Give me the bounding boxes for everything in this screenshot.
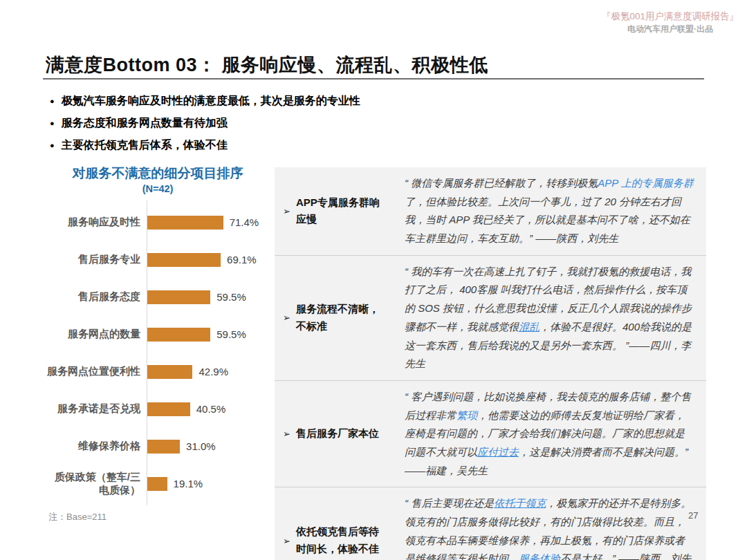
bar-label: 服务网点的数量 <box>43 328 147 341</box>
chart-title: 对服务不满意的细分项目排序 <box>43 166 273 182</box>
bullet-item: ●主要依托领克售后体系，体验不佳 <box>50 138 360 153</box>
bar-row: 服务网点位置便利性42.9% <box>43 353 273 391</box>
topic-label: APP专属服务群响 应慢 <box>296 194 380 229</box>
bar <box>147 216 223 230</box>
chart-subtitle: (N=42) <box>43 183 273 194</box>
bullet-text: 服务态度和服务网点数量有待加强 <box>62 116 228 131</box>
bar-value: 69.1% <box>227 254 257 265</box>
bar <box>147 290 210 304</box>
bar-label: 服务响应及时性 <box>43 216 147 229</box>
quote-cell: “ 售后主要现在还是依托于领克，极氪家开的还并不是特别多。领克有的门店服务做得比… <box>405 487 706 560</box>
title-divider <box>43 78 704 80</box>
bar-chart: 对服务不满意的细分项目排序 (N=42) 服务响应及时性71.4%售后服务专业6… <box>43 166 273 523</box>
bar-label: 服务承诺是否兑现 <box>43 402 147 416</box>
topic-label: 服务流程不清晰， 不标准 <box>296 301 379 335</box>
bar <box>147 477 167 491</box>
quote-panel: ➢APP专属服务群响 应慢“ 微信专属服务群已经解散了，转移到极氪APP 上的专… <box>275 167 706 560</box>
bar-track: 59.5% <box>147 279 273 316</box>
bar-value: 31.0% <box>186 440 216 452</box>
bar-row: 售后服务态度59.5% <box>43 279 273 316</box>
bar <box>147 365 192 379</box>
arrow-bullet-icon: ➢ <box>283 313 290 322</box>
bar-label: 售后服务专业 <box>43 253 147 266</box>
bar-value: 19.1% <box>174 478 203 489</box>
bullet-text: 极氪汽车服务响应及时性的满意度最低，其次是服务的专业性 <box>62 94 360 109</box>
watermark: 『极氪001用户满意度调研报告』 电动汽车用户联盟·出品 <box>602 10 739 35</box>
bullet-icon: ● <box>50 97 55 105</box>
chart-plot-area: 服务响应及时性71.4%售后服务专业69.1%售后服务态度59.5%服务网点的数… <box>43 204 273 503</box>
bar-row: 服务网点的数量59.5% <box>43 316 273 353</box>
quote-section: ➢APP专属服务群响 应慢“ 微信专属服务群已经解散了，转移到极氪APP 上的专… <box>275 167 706 255</box>
bullet-item: ●极氪汽车服务响应及时性的满意度最低，其次是服务的专业性 <box>50 94 360 109</box>
bar-track: 31.0% <box>147 428 273 465</box>
chart-note: 注：Base=211 <box>48 511 273 523</box>
topic-label: 售后服务厂家本位 <box>296 425 379 442</box>
quote-text: “ 客户遇到问题，比如说换座椅，我去领克的服务店铺，整个售后过程非常繁琐，他需要… <box>405 388 694 480</box>
bar-label: 维修保养价格 <box>43 440 147 453</box>
quote-text: “ 我的车有一次在高速上扎了钉子，我就打极氪的救援电话，我打了之后， 400客服… <box>405 263 694 373</box>
bullet-item: ●服务态度和服务网点数量有待加强 <box>50 116 360 131</box>
publisher: 电动汽车用户联盟·出品 <box>602 24 739 35</box>
quote-text: “ 微信专属服务群已经解散了，转移到极氪APP 上的专属服务群了，但体验比较差。… <box>405 174 694 248</box>
quote-section: ➢售后服务厂家本位“ 客户遇到问题，比如说换座椅，我去领克的服务店铺，整个售后过… <box>275 380 706 487</box>
bar-row: 服务承诺是否兑现40.5% <box>43 391 273 428</box>
bar-value: 59.5% <box>216 328 246 340</box>
topic-cell: ➢服务流程不清晰， 不标准 <box>275 256 405 380</box>
bar-label: 售后服务态度 <box>43 290 147 304</box>
bar-track: 19.1% <box>147 465 273 503</box>
quote-text: “ 售后主要现在还是依托于领克，极氪家开的还并不是特别多。领克有的门店服务做得比… <box>405 494 694 560</box>
quote-cell: “ 微信专属服务群已经解散了，转移到极氪APP 上的专属服务群了，但体验比较差。… <box>405 167 706 255</box>
bar-value: 71.4% <box>230 216 259 228</box>
bar-row: 售后服务专业69.1% <box>43 241 273 279</box>
bar <box>147 402 190 416</box>
bar-track: 59.5% <box>147 316 273 353</box>
quote-cell: “ 我的车有一次在高速上扎了钉子，我就打极氪的救援电话，我打了之后， 400客服… <box>405 256 706 380</box>
bar-label: 质保政策（整车/三 电质保） <box>43 471 147 497</box>
slide: 『极氪001用户满意度调研报告』 电动汽车用户联盟·出品 满意度Bottom 0… <box>0 0 747 560</box>
bar-value: 40.5% <box>196 403 226 415</box>
bar-label: 服务网点位置便利性 <box>43 365 147 378</box>
bar-row: 维修保养价格31.0% <box>43 428 273 465</box>
quote-cell: “ 客户遇到问题，比如说换座椅，我去领克的服务店铺，整个售后过程非常繁琐，他需要… <box>405 381 706 487</box>
bar-track: 40.5% <box>147 391 273 428</box>
topic-label: 依托领克售后等待 时间长，体验不佳 <box>296 523 379 558</box>
topic-cell: ➢售后服务厂家本位 <box>275 381 405 487</box>
arrow-bullet-icon: ➢ <box>283 536 290 545</box>
report-title: 『极氪001用户满意度调研报告』 <box>602 10 739 24</box>
bar <box>147 328 210 342</box>
topic-cell: ➢依托领克售后等待 时间长，体验不佳 <box>275 487 405 560</box>
bullet-icon: ● <box>50 120 55 127</box>
bar-row: 服务响应及时性71.4% <box>43 204 273 241</box>
bar <box>147 253 221 267</box>
topic-cell: ➢APP专属服务群响 应慢 <box>275 167 405 255</box>
bar-value: 59.5% <box>216 291 246 303</box>
arrow-bullet-icon: ➢ <box>283 429 290 438</box>
bullet-text: 主要依托领克售后体系，体验不佳 <box>62 138 228 153</box>
quote-section: ➢服务流程不清晰， 不标准“ 我的车有一次在高速上扎了钉子，我就打极氪的救援电话… <box>275 255 706 380</box>
page-number: 27 <box>688 510 698 521</box>
bullet-icon: ● <box>50 142 55 149</box>
arrow-bullet-icon: ➢ <box>283 207 290 216</box>
bar-row: 质保政策（整车/三 电质保）19.1% <box>43 465 273 503</box>
bar-track: 42.9% <box>147 353 273 391</box>
quote-section: ➢依托领克售后等待 时间长，体验不佳“ 售后主要现在还是依托于领克，极氪家开的还… <box>275 487 706 560</box>
bar-track: 69.1% <box>147 241 273 279</box>
summary-bullets: ●极氪汽车服务响应及时性的满意度最低，其次是服务的专业性●服务态度和服务网点数量… <box>50 94 360 153</box>
bar-value: 42.9% <box>199 366 228 377</box>
bar-track: 71.4% <box>147 204 273 241</box>
page-title: 满意度Bottom 03： 服务响应慢、流程乱、积极性低 <box>46 53 488 77</box>
bar <box>147 440 180 454</box>
